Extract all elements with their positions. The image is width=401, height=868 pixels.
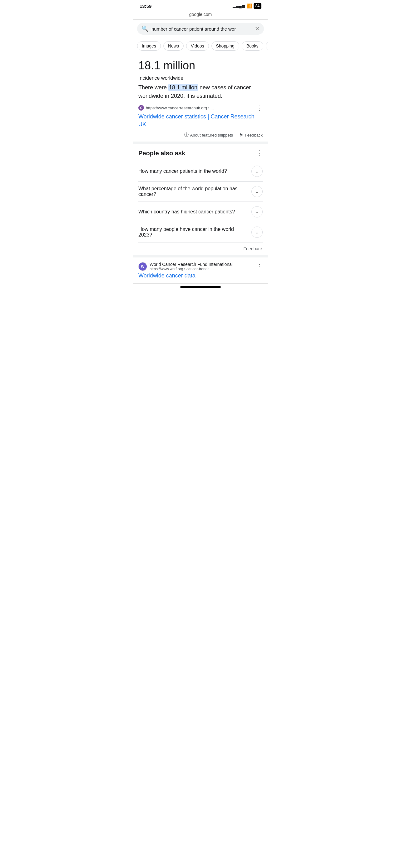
search-query[interactable]: number of cancer patient around the wor [152,26,252,32]
paa-chevron-4[interactable]: ⌄ [252,226,263,238]
home-bar-indicator [180,286,221,288]
paa-item-4[interactable]: How many people have cancer in the world… [138,222,263,242]
paa-chevron-3[interactable]: ⌄ [252,206,263,217]
about-snippets-button[interactable]: ⓘ About featured snippets [184,132,233,138]
filter-tabs: Images News Videos Shopping Books Maps [133,38,268,54]
paa-title: People also ask [138,150,185,157]
tab-books[interactable]: Books [242,41,263,51]
paa-item-2[interactable]: What percentage of the world population … [138,181,263,202]
home-bar [133,284,268,289]
tab-news[interactable]: News [163,41,183,51]
paa-header: People also ask ⋮ [138,149,263,157]
snippet-highlight: 18.1 million [168,84,198,91]
people-also-ask-section: People also ask ⋮ How many cancer patien… [133,144,268,257]
source-url: https://www.cancerresearchuk.org › ... [146,105,255,110]
tab-shopping[interactable]: Shopping [211,41,239,51]
result-site-name: World Cancer Research Fund International [149,262,254,267]
snippet-label: Incidence worldwide [138,75,263,81]
battery-indicator: 84 [254,3,261,9]
paa-feedback[interactable]: Feedback [138,242,263,255]
wifi-icon: 📶 [247,3,252,8]
url-domain: google.com [189,12,212,17]
result-more-icon[interactable]: ⋮ [257,263,263,270]
tab-maps[interactable]: Maps [266,41,268,51]
source-line: C https://www.cancerresearchuk.org › ...… [138,104,263,112]
tab-videos[interactable]: Videos [186,41,209,51]
status-icons: ▂▃▄▅ 📶 84 [233,3,261,9]
clear-search-icon[interactable]: ✕ [255,25,260,32]
question-icon: ⓘ [184,132,189,138]
result-source-line: W World Cancer Research Fund Internation… [138,262,263,271]
snippet-text: There were 18.1 million new cases of can… [138,84,263,100]
snippet-number: 18.1 million [138,59,263,72]
result-title[interactable]: Worldwide cancer data [138,273,263,279]
paa-item-1[interactable]: How many cancer patients in the world? ⌄ [138,161,263,181]
result-title-underline: ncer data [172,273,196,279]
paa-question-1: How many cancer patients in the world? [138,168,252,174]
source-more-icon[interactable]: ⋮ [257,104,263,112]
url-bar[interactable]: google.com [133,11,268,20]
paa-question-4: How many people have cancer in the world… [138,226,252,238]
tab-images[interactable]: Images [137,41,161,51]
paa-chevron-1[interactable]: ⌄ [252,165,263,177]
source-favicon: C [138,105,144,111]
search-icon: 🔍 [141,25,148,32]
snippet-feedback-button[interactable]: ⚑ Feedback [239,132,263,137]
paa-chevron-2[interactable]: ⌄ [252,186,263,197]
source-link[interactable]: Worldwide cancer statistics | Cancer Res… [138,113,263,128]
paa-more-icon[interactable]: ⋮ [256,149,263,157]
snippet-feedback-label: Feedback [245,133,263,137]
paa-item-3[interactable]: Which country has highest cancer patient… [138,202,263,222]
paa-question-3: Which country has highest cancer patient… [138,209,252,215]
status-bar: 13:59 ▂▃▄▅ 📶 84 [133,0,268,11]
search-bar-container: 🔍 number of cancer patient around the wo… [133,20,268,38]
snippet-text-before: There were [138,84,168,91]
result-site-url: https://www.wcrf.org › cancer-trends [149,267,254,271]
feedback-icon: ⚑ [239,132,243,137]
paa-question-2: What percentage of the world population … [138,186,252,197]
result-title-text: Worldwide ca [138,273,172,279]
time: 13:59 [140,3,152,9]
about-snippets-label: About featured snippets [190,133,233,137]
search-bar[interactable]: 🔍 number of cancer patient around the wo… [137,23,264,35]
snippet-footer: ⓘ About featured snippets ⚑ Feedback [138,132,263,138]
result-card-wcrf: W World Cancer Research Fund Internation… [133,257,268,284]
signal-icon: ▂▃▄▅ [233,4,245,8]
featured-snippet: 18.1 million Incidence worldwide There w… [133,54,268,144]
result-favicon: W [138,262,147,271]
result-source-info: World Cancer Research Fund International… [149,262,254,271]
